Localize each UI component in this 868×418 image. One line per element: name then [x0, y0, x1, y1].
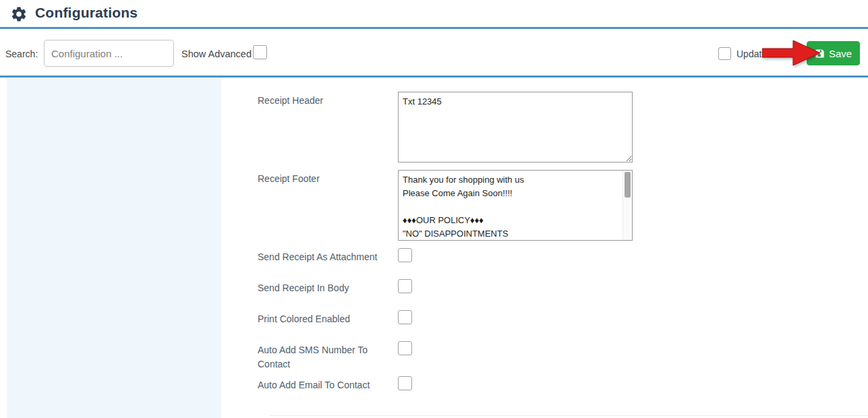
- receipt-footer-label: Receipt Footer: [258, 172, 320, 186]
- receipt-footer-scrollbar[interactable]: [623, 171, 632, 240]
- receipt-header-textarea[interactable]: Txt 12345: [398, 92, 633, 162]
- receipt-footer-field: Thank you for shopping with us Please Co…: [398, 170, 633, 241]
- red-arrow-annotation: [762, 38, 821, 67]
- send-receipt-as-attachment-checkbox[interactable]: [398, 248, 412, 262]
- show-advanced-checkbox[interactable]: [253, 45, 267, 59]
- print-colored-enabled-checkbox[interactable]: [398, 310, 412, 324]
- header-divider: [0, 27, 868, 29]
- search-input[interactable]: [44, 40, 174, 67]
- save-button-label: Save: [829, 48, 852, 59]
- send-receipt-as-attachment-label: Send Receipt As Attachment: [258, 250, 393, 264]
- search-label: Search:: [5, 49, 38, 59]
- auto-add-email-label: Auto Add Email To Contact: [258, 378, 393, 392]
- update-for-all-checkbox[interactable]: [718, 47, 731, 60]
- auto-add-sms-number-checkbox[interactable]: [398, 341, 412, 355]
- print-colored-enabled-label: Print Colored Enabled: [258, 312, 393, 326]
- page-title: Configurations: [35, 5, 138, 21]
- auto-add-email-checkbox[interactable]: [398, 376, 412, 390]
- section-divider: [270, 415, 868, 416]
- configurations-page: Configurations Search: Show Advanced Upd…: [0, 0, 868, 418]
- scrollbar-thumb[interactable]: [625, 172, 631, 198]
- send-receipt-in-body-checkbox[interactable]: [398, 279, 412, 293]
- show-advanced-label: Show Advanced: [181, 49, 252, 59]
- gear-icon: [10, 5, 28, 23]
- sidebar-panel: [7, 78, 221, 418]
- send-receipt-in-body-label: Send Receipt In Body: [258, 281, 393, 295]
- receipt-footer-textarea[interactable]: Thank you for shopping with us Please Co…: [398, 170, 633, 241]
- auto-add-sms-number-label: Auto Add SMS Number To Contact: [258, 343, 393, 371]
- receipt-header-label: Receipt Header: [258, 94, 323, 108]
